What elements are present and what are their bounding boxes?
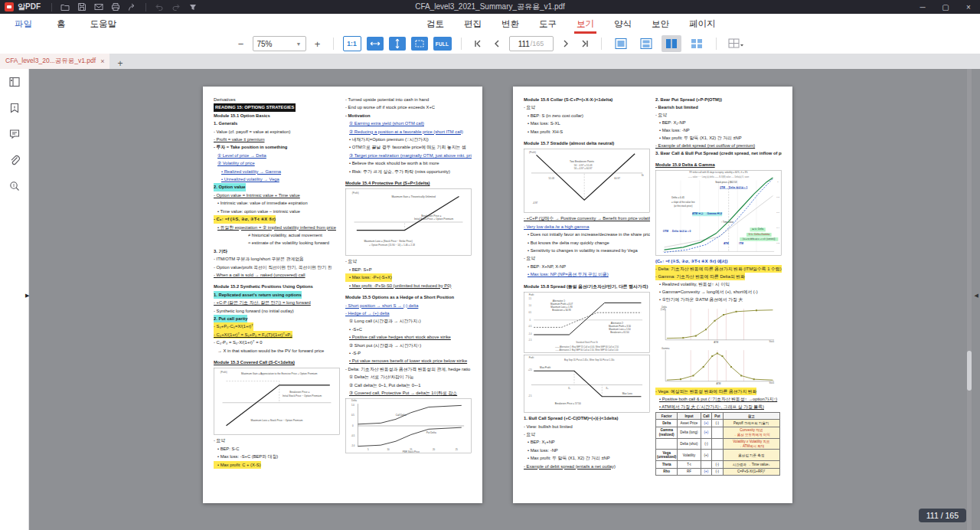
two-page-view-button[interactable] xyxy=(662,35,681,52)
minimize-icon[interactable]: ─ xyxy=(911,0,934,14)
menu-item-도구[interactable]: 도구 xyxy=(538,15,557,34)
title-bar: 알PDF CFA_level3_2021_Summary_공유용_v1.pdf … xyxy=(0,0,980,14)
doc-line: - Example of debit spread (net outflow o… xyxy=(655,142,782,149)
thumbnails-icon[interactable] xyxy=(0,69,28,95)
page-number-input[interactable]: 111 /165 xyxy=(509,36,554,51)
page1-column2: - Turned upside potential into cash in h… xyxy=(345,96,472,469)
doc-line: - 투자 = Take position in something xyxy=(214,143,340,151)
right-panel-handle[interactable]: ◀ xyxy=(975,293,978,299)
menu-item-변환[interactable]: 변환 xyxy=(501,15,520,34)
svg-text:51.03: 51.03 xyxy=(549,178,555,181)
document-area: DerivativesREADING 15: OPTIONG STRATEGIE… xyxy=(0,69,980,530)
doc-line: • Max profit: 두 말뚝 (X1, X2) 간 거리 ±NP xyxy=(655,134,782,142)
table-cell: C=P+S-X/(1+RF)ᵀ xyxy=(723,468,779,475)
menu-item-보기[interactable]: 보기 xyxy=(576,15,595,34)
zoom-select[interactable]: 75% ▼ xyxy=(253,36,306,51)
menu-item-보안[interactable]: 보안 xyxy=(651,15,670,34)
open-folder-icon[interactable] xyxy=(57,1,74,13)
svg-text:1.0: 1.0 xyxy=(351,404,354,407)
scrollbar-thumb[interactable] xyxy=(967,351,972,391)
doc-line: - C₀-P₀ = S₀-X/(1+r)ᵀ = 0 xyxy=(214,339,340,346)
svg-text:Delta = 0.41: Delta = 0.41 xyxy=(671,196,684,199)
continuous-view-button[interactable] xyxy=(636,35,656,52)
menu-item-편집[interactable]: 편집 xyxy=(463,15,482,34)
svg-text:(ITM → Delta 절대값 ≈ 1: (ITM → Delta 절대값 ≈ 1 xyxy=(720,185,747,189)
document-tab[interactable]: CFA_level3_20...공유용_v1.pdf × xyxy=(0,54,109,69)
page1-column1: DerivativesREADING 15: OPTIONG STRATEGIE… xyxy=(214,96,340,469)
new-tab-button[interactable]: + xyxy=(117,58,122,69)
table-row: DeltaAsset Price(+)(-)Payoff 그래프의 기울기 xyxy=(656,420,780,427)
tab-bar: CFA_level3_20...공유용_v1.pdf × + xyxy=(0,54,980,69)
full-screen-button[interactable]: FULL xyxy=(433,37,452,51)
svg-text:OTM → Delta 절대값 ≈ 0: OTM → Delta 절대값 ≈ 0 xyxy=(663,229,691,233)
doc-line: • Realized volatility, 변동성↑ 시 이익 xyxy=(655,280,782,288)
svg-text:Breakeven Price =: Breakeven Price = xyxy=(289,391,309,394)
table-row: Delta (shot)(-)Volatility ≠ Volatility 지… xyxy=(656,438,780,450)
pdf-page-left[interactable]: DerivativesREADING 15: OPTIONG STRATEGIE… xyxy=(203,87,482,503)
figure-gammaBell: GammaATMStock xyxy=(655,346,782,386)
prev-page-button[interactable] xyxy=(490,37,504,51)
zoom-out-button[interactable]: − xyxy=(235,38,247,50)
filter-icon[interactable] xyxy=(185,1,201,13)
doc-line: - S₀+P₀-C₀=X/(1+r)ᵀ xyxy=(214,322,253,330)
page-layout-dropdown[interactable] xyxy=(726,35,746,52)
actual-size-button[interactable]: 1:1 xyxy=(343,36,361,51)
doc-line: • Realized volatility → Gamma xyxy=(214,168,340,175)
sidebar-expand-handle[interactable]: ▶ xyxy=(25,293,29,299)
bookmark-icon[interactable] xyxy=(0,95,28,121)
table-cell: Theta xyxy=(656,461,678,468)
first-page-button[interactable] xyxy=(471,37,485,51)
doc-line: ③ Target price realization (marginally O… xyxy=(345,152,472,159)
svg-text:Delta: Delta xyxy=(351,400,357,403)
print-icon[interactable] xyxy=(107,1,124,13)
divider xyxy=(716,38,717,50)
menu-item-파일[interactable]: 파일 xyxy=(14,15,33,34)
share-icon[interactable] xyxy=(124,1,141,13)
svg-text:Profit: Profit xyxy=(529,356,534,359)
doc-line: • BEP: S (in zero cost collar) xyxy=(524,112,650,119)
svg-text:Stock: Stock xyxy=(769,381,774,384)
svg-text:0.2: 0.2 xyxy=(776,242,779,244)
attachment-icon[interactable] xyxy=(0,147,28,173)
svg-text:+ Option Premium (15.90 − 14): + Option Premium (15.90 − 14) + 1.46 = 2… xyxy=(369,244,415,247)
menu-item-양식[interactable]: 양식 xyxy=(613,15,632,34)
fit-height-button[interactable] xyxy=(389,37,406,51)
close-icon[interactable]: × xyxy=(957,0,980,14)
tab-close-icon[interactable]: × xyxy=(100,57,104,65)
menu-item-홈[interactable]: 홈 xyxy=(56,15,67,34)
menu-item-페이지[interactable]: 페이지 xyxy=(688,15,717,34)
table-cell: Delta xyxy=(656,420,678,427)
comment-icon[interactable] xyxy=(0,121,28,147)
doc-line: Module 15.7 Straddle (almost delta neutr… xyxy=(524,139,650,147)
table-cell: Asset Price xyxy=(678,420,701,427)
email-icon[interactable] xyxy=(90,1,107,13)
next-page-button[interactable] xyxy=(559,37,573,51)
search-icon[interactable] xyxy=(0,173,28,199)
vertical-scrollbar[interactable] xyxy=(967,69,972,530)
grid-view-button[interactable] xyxy=(687,35,707,52)
doc-line: ① Long call (시간경과 → 시간가치↓) xyxy=(345,317,472,325)
doc-line: • Sensitivity to changes in volatility i… xyxy=(524,247,650,254)
svg-text:1: 1 xyxy=(777,181,779,183)
redo-icon[interactable] xyxy=(168,1,185,13)
save-icon[interactable] xyxy=(74,1,90,13)
fit-page-button[interactable] xyxy=(411,37,428,51)
doc-line: - Hedge of → (+) delta xyxy=(345,309,472,317)
svg-text:0: 0 xyxy=(352,424,354,427)
undo-icon[interactable] xyxy=(151,1,168,13)
figure-straddle: (Profit)Two Breakeven Points56 − 4.97 = … xyxy=(524,149,650,213)
svg-text:-1.5: -1.5 xyxy=(528,339,532,342)
doc-line: • Max loss: NP (NP=옵션 두개 구입 비용) xyxy=(524,270,650,278)
svg-text:PBR Stock Price: PBR Stock Price xyxy=(403,451,420,454)
pdf-page-right[interactable]: Module 15.6 Collar (S-C+P=(+X-X-)<1delta… xyxy=(513,87,792,503)
last-page-button[interactable] xyxy=(578,37,592,51)
zoom-in-button[interactable]: + xyxy=(312,38,324,50)
maximize-icon[interactable]: ▢ xyxy=(934,0,957,14)
table-cell: RF xyxy=(678,468,701,475)
doc-line: - End up worse off if stock price exceed… xyxy=(345,103,472,111)
fit-width-button[interactable] xyxy=(367,37,384,51)
table-cell: (-) xyxy=(712,420,723,427)
single-page-view-button[interactable] xyxy=(611,35,631,52)
menu-item-도움말[interactable]: 도움말 xyxy=(90,15,118,34)
menu-item-검토[interactable]: 검토 xyxy=(426,15,445,34)
